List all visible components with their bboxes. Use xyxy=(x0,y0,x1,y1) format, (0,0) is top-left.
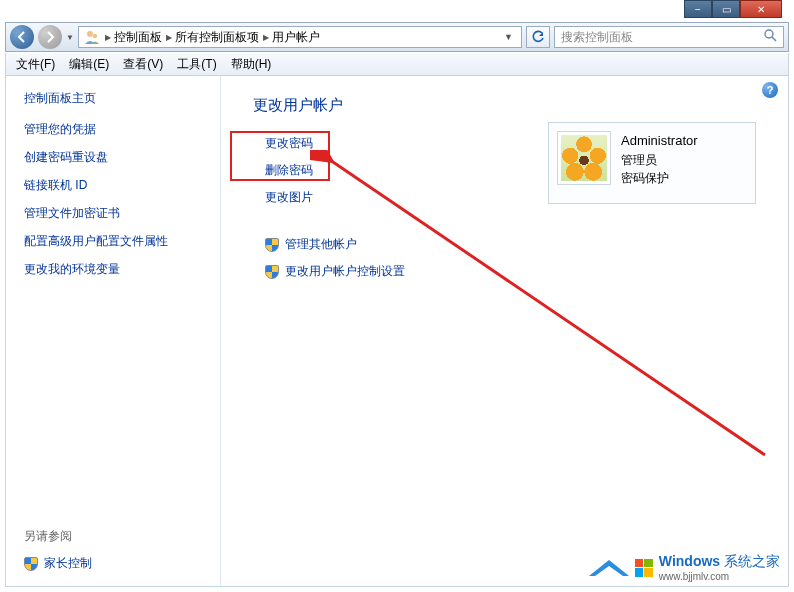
back-button[interactable] xyxy=(10,25,34,49)
watermark: Windows 系统之家 www.bjjmlv.com xyxy=(589,553,780,582)
sidebar-item-reset-disk[interactable]: 创建密码重设盘 xyxy=(24,149,202,166)
svg-point-2 xyxy=(765,30,773,38)
breadcrumb-item[interactable]: 所有控制面板项 xyxy=(175,29,259,46)
sidebar-item-credentials[interactable]: 管理您的凭据 xyxy=(24,121,202,138)
chevron-right-icon: ▶ xyxy=(105,33,111,42)
watermark-brand: Windows xyxy=(659,553,720,569)
maximize-button[interactable]: ▭ xyxy=(712,0,740,18)
sidebar-title[interactable]: 控制面板主页 xyxy=(24,90,202,107)
breadcrumb-item[interactable]: 用户帐户 xyxy=(272,29,320,46)
shield-icon xyxy=(265,265,279,279)
house-roof-icon xyxy=(589,560,629,576)
client-area: 控制面板主页 管理您的凭据 创建密码重设盘 链接联机 ID 管理文件加密证书 配… xyxy=(5,76,789,587)
search-icon xyxy=(764,29,777,45)
sidebar-item-online-id[interactable]: 链接联机 ID xyxy=(24,177,202,194)
menu-help[interactable]: 帮助(H) xyxy=(231,56,272,73)
watermark-url: www.bjjmlv.com xyxy=(659,571,780,582)
refresh-icon xyxy=(531,30,545,44)
shield-icon xyxy=(265,238,279,252)
help-button[interactable]: ? xyxy=(762,82,778,98)
svg-point-0 xyxy=(87,31,93,37)
watermark-site: 系统之家 xyxy=(724,553,780,569)
sidebar-item-label: 家长控制 xyxy=(44,555,92,572)
sidebar-item-parental[interactable]: 家长控制 xyxy=(24,555,202,572)
address-bar[interactable]: ▶控制面板 ▶所有控制面板项 ▶用户帐户 ▼ xyxy=(78,26,522,48)
close-button[interactable]: ✕ xyxy=(740,0,782,18)
svg-point-1 xyxy=(93,34,97,38)
sidebar-item-profile-adv[interactable]: 配置高级用户配置文件属性 xyxy=(24,233,202,250)
arrow-right-icon xyxy=(44,31,56,43)
menu-edit[interactable]: 编辑(E) xyxy=(69,56,109,73)
address-dropdown[interactable]: ▼ xyxy=(500,32,517,42)
account-card: Administrator 管理员 密码保护 xyxy=(548,122,756,204)
menu-file[interactable]: 文件(F) xyxy=(16,56,55,73)
chevron-right-icon: ▶ xyxy=(166,33,172,42)
page-title: 更改用户帐户 xyxy=(253,96,756,115)
action-manage-accounts[interactable]: 管理其他帐户 xyxy=(265,236,756,253)
account-picture xyxy=(557,131,611,185)
history-dropdown[interactable]: ▼ xyxy=(66,33,74,42)
action-label: 更改用户帐户控制设置 xyxy=(285,263,405,280)
sidebar-item-env-vars[interactable]: 更改我的环境变量 xyxy=(24,261,202,278)
see-also-label: 另请参阅 xyxy=(24,528,202,545)
menu-tools[interactable]: 工具(T) xyxy=(177,56,216,73)
breadcrumb-item[interactable]: 控制面板 xyxy=(114,29,162,46)
refresh-button[interactable] xyxy=(526,26,550,48)
action-label: 管理其他帐户 xyxy=(285,236,357,253)
action-uac-settings[interactable]: 更改用户帐户控制设置 xyxy=(265,263,756,280)
arrow-left-icon xyxy=(16,31,28,43)
navigation-bar: ▼ ▶控制面板 ▶所有控制面板项 ▶用户帐户 ▼ 搜索控制面板 xyxy=(5,22,789,52)
forward-button[interactable] xyxy=(38,25,62,49)
account-password-status: 密码保护 xyxy=(621,169,698,187)
minimize-button[interactable]: − xyxy=(684,0,712,18)
user-accounts-icon xyxy=(83,28,101,46)
svg-line-3 xyxy=(772,37,776,41)
menu-view[interactable]: 查看(V) xyxy=(123,56,163,73)
chevron-right-icon: ▶ xyxy=(263,33,269,42)
account-name: Administrator xyxy=(621,131,698,151)
flower-icon xyxy=(561,135,607,181)
account-role: 管理员 xyxy=(621,151,698,169)
shield-icon xyxy=(24,557,38,571)
search-placeholder: 搜索控制面板 xyxy=(561,29,633,46)
sidebar-item-efs-certs[interactable]: 管理文件加密证书 xyxy=(24,205,202,222)
search-input[interactable]: 搜索控制面板 xyxy=(554,26,784,48)
menu-bar: 文件(F) 编辑(E) 查看(V) 工具(T) 帮助(H) xyxy=(5,53,789,76)
annotation-red-box xyxy=(230,131,330,181)
windows-logo-icon xyxy=(635,559,653,577)
sidebar: 控制面板主页 管理您的凭据 创建密码重设盘 链接联机 ID 管理文件加密证书 配… xyxy=(6,76,221,586)
